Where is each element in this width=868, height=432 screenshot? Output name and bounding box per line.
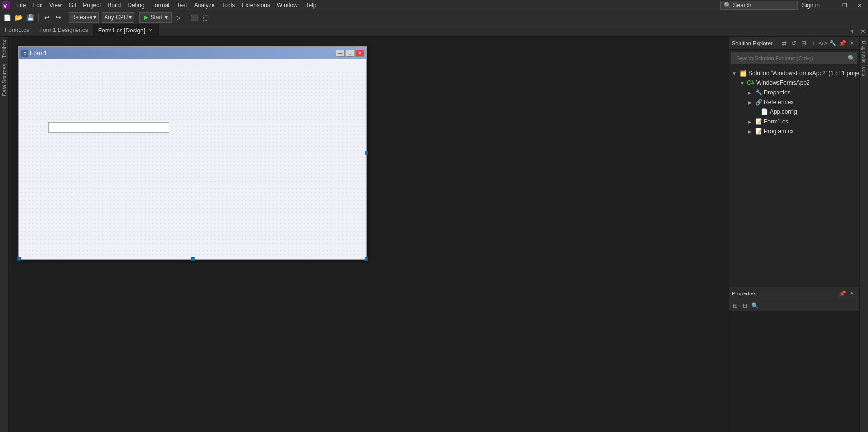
menu-analyze[interactable]: Analyze [191, 1, 218, 10]
form1cs-label: Form1.cs [764, 118, 788, 125]
solution-explorer-header: Solution Explorer ⇄ ↺ ⊟ + </> 🔧 📌 ✕ [729, 37, 859, 50]
solution-label: Solution 'WindowsFormsApp2' (1 of 1 proj… [748, 70, 859, 77]
menu-tools[interactable]: Tools [218, 1, 238, 10]
maximize-button[interactable]: ❐ [838, 1, 852, 10]
references-icon: 🔗 [755, 98, 762, 106]
menu-help[interactable]: Help [302, 1, 320, 10]
solution-explorer-props-btn[interactable]: 🔧 [828, 39, 837, 47]
form-maximize-btn[interactable]: □ [346, 50, 354, 57]
solution-explorer-code-btn[interactable]: </> [819, 39, 827, 47]
solution-explorer-new-file-btn[interactable]: + [809, 39, 818, 47]
properties-panel-title: Properties [732, 291, 836, 296]
menu-git[interactable]: Git [66, 1, 79, 10]
undo-btn[interactable]: ↩ [41, 12, 52, 23]
tree-programcs-node[interactable]: ▶ 📝 Program.cs [729, 126, 859, 136]
save-all-btn[interactable]: 💾 [25, 12, 36, 23]
sign-in-button[interactable]: Sign in [802, 2, 820, 9]
menu-project[interactable]: Project [80, 1, 104, 10]
tab-form1-designer[interactable]: Form1.Designer.cs [34, 24, 93, 36]
project-expand-icon: ▼ [739, 79, 746, 86]
references-expand-icon: ▶ [746, 99, 753, 106]
solution-explorer-pin-btn[interactable]: 📌 [838, 39, 847, 47]
search-box[interactable]: 🔍 Search [720, 1, 798, 10]
form-body[interactable] [19, 59, 366, 259]
resize-handle-bottom-mid[interactable] [191, 257, 195, 261]
tree-solution-node[interactable]: ▼ 🗂️ Solution 'WindowsFormsApp2' (1 of 1… [729, 68, 859, 78]
close-all-tabs-button[interactable]: ✕ [857, 26, 868, 36]
tab-list-button[interactable]: ▾ [847, 26, 857, 36]
menu-extensions[interactable]: Extensions [239, 1, 273, 10]
solution-explorer-collapse-btn[interactable]: ⊟ [799, 39, 808, 47]
solution-explorer-sync-btn[interactable]: ⇄ [780, 39, 789, 47]
prop-alphabetical-btn[interactable]: ⊟ [741, 301, 749, 310]
solution-explorer-refresh-btn[interactable]: ↺ [790, 39, 798, 47]
form-close-btn[interactable]: ✕ [355, 50, 364, 57]
menu-debug[interactable]: Debug [124, 1, 147, 10]
svg-text:V: V [3, 3, 7, 9]
form-minimize-btn[interactable]: — [336, 50, 345, 57]
properties-pin-btn[interactable]: 📌 [838, 289, 847, 298]
menu-view[interactable]: View [46, 1, 65, 10]
menu-format[interactable]: Format [149, 1, 173, 10]
solution-explorer-header-btns: ⇄ ↺ ⊟ + </> 🔧 📌 ✕ [780, 39, 856, 47]
start-label: Start [150, 14, 162, 21]
properties-panel: Properties 📌 ✕ ⊞ ⊟ 🔍 [729, 287, 859, 432]
new-project-btn[interactable]: 📄 [2, 12, 13, 23]
tab-form1cs[interactable]: Form1.cs [0, 24, 34, 36]
tab-bar: Form1.cs Form1.Designer.cs Form1.cs [Des… [0, 24, 868, 37]
menu-test[interactable]: Test [174, 1, 190, 10]
toolbar-misc-2[interactable]: ⬚ [200, 12, 211, 23]
redo-btn[interactable]: ↪ [53, 12, 63, 23]
main-area: Toolbox Data Sources ⚙ Form1 — □ ✕ [0, 37, 868, 432]
tree-appconfig-node[interactable]: 📄 App.config [729, 107, 859, 117]
properties-toolbar: ⊞ ⊟ 🔍 [729, 300, 859, 311]
tab-controls: ▾ ✕ [847, 26, 868, 36]
diagnostics-tab[interactable]: Diagnostic Tools [860, 37, 868, 80]
appconfig-expand-icon [752, 108, 759, 115]
toolbox-tab[interactable]: Toolbox [0, 37, 8, 61]
menu-edit[interactable]: Edit [30, 1, 46, 10]
resize-handle-bottom-right[interactable] [365, 257, 368, 261]
menu-file[interactable]: File [14, 1, 29, 10]
properties-label: Properties [764, 89, 791, 96]
platform-dropdown[interactable]: Any CPU ▾ [102, 12, 134, 23]
programcs-label: Program.cs [764, 128, 793, 135]
properties-icon: 🔧 [755, 89, 762, 96]
start-button[interactable]: ▶ Start ▾ [139, 12, 171, 23]
vs-logo-icon: V [2, 1, 11, 10]
open-file-btn[interactable]: 📂 [14, 12, 24, 23]
canvas-area: ⚙ Form1 — □ ✕ [9, 37, 729, 432]
minimize-button[interactable]: — [823, 1, 837, 10]
programcs-expand-icon: ▶ [746, 128, 753, 135]
appconfig-label: App.config [770, 108, 797, 115]
play-icon: ▶ [144, 14, 148, 21]
config-dropdown[interactable]: Release ▾ [69, 12, 99, 23]
search-label: Search [733, 2, 751, 9]
prop-search-btn[interactable]: 🔍 [750, 301, 759, 310]
tree-project-node[interactable]: ▼ C# WindowsFormsApp2 [729, 78, 859, 88]
references-label: References [764, 99, 793, 106]
prop-categorized-btn[interactable]: ⊞ [731, 301, 740, 310]
tab-form1-designer-label: Form1.Designer.cs [39, 27, 88, 33]
toolbar-misc-1[interactable]: ⬛ [189, 12, 199, 23]
menu-bar-right: 🔍 Search Sign in — ❐ ✕ [720, 1, 866, 10]
tab-close-icon[interactable]: ✕ [147, 27, 153, 33]
step-over-btn[interactable]: ▷ [173, 12, 183, 23]
tab-form1-design[interactable]: Form1.cs [Design] ✕ [93, 24, 159, 36]
form-textbox[interactable] [48, 122, 169, 133]
tree-form1cs-node[interactable]: ▶ 📝 Form1.cs [729, 117, 859, 126]
close-button[interactable]: ✕ [853, 1, 866, 10]
data-sources-tab[interactable]: Data Sources [0, 61, 8, 99]
tree-references-node[interactable]: ▶ 🔗 References [729, 97, 859, 107]
resize-handle-bottom-left[interactable] [17, 257, 21, 261]
menu-window[interactable]: Window [274, 1, 301, 10]
resize-handle-right-mid[interactable] [365, 152, 368, 155]
config-chevron-icon: ▾ [93, 14, 96, 21]
properties-close-btn[interactable]: ✕ [848, 289, 856, 298]
tree-properties-node[interactable]: ▶ 🔧 Properties [729, 88, 859, 97]
solution-explorer-close-btn[interactable]: ✕ [848, 39, 856, 47]
right-sidebar: Solution Explorer ⇄ ↺ ⊟ + </> 🔧 📌 ✕ 🔍 [729, 37, 859, 432]
menu-build[interactable]: Build [105, 1, 124, 10]
form-titlebar: ⚙ Form1 — □ ✕ [19, 47, 366, 59]
solution-search-input[interactable] [734, 54, 843, 62]
